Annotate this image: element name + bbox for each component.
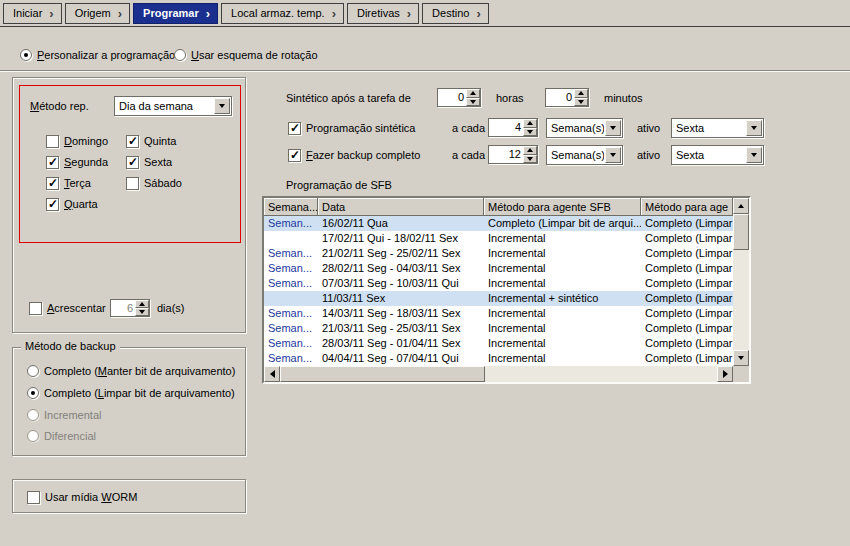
checkbox-quarta[interactable] <box>46 198 59 211</box>
table-row[interactable]: Seman... 21/03/11 Seg - 25/03/11 Sex Inc… <box>264 321 733 336</box>
spin-up-icon[interactable] <box>523 146 537 155</box>
tab-diretivas[interactable]: Diretivas › <box>347 3 419 24</box>
tab-local-armaz-temp[interactable]: Local armaz. temp. › <box>221 3 344 24</box>
weekday-quinta[interactable]: Quinta <box>126 134 176 148</box>
synthetic-unit-select[interactable]: Semana(s) <box>546 118 623 138</box>
add-days-value[interactable]: 6 <box>111 300 135 316</box>
radio-completo-limpar[interactable]: Completo (Limpar bit de arquivamento) <box>27 386 235 400</box>
minutes-value[interactable]: 0 <box>546 89 574 106</box>
checkbox-terca[interactable] <box>46 177 59 190</box>
weekday-terca[interactable]: Terça <box>46 176 91 190</box>
weekday-segunda[interactable]: Segunda <box>46 155 108 169</box>
spin-down-icon[interactable] <box>523 128 537 137</box>
checkbox-sexta[interactable] <box>126 156 139 169</box>
full-backup-row[interactable]: Fazer backup completo <box>288 148 420 162</box>
add-days-checkbox-row[interactable]: Acrescentar <box>29 301 106 315</box>
scrollbar-corner <box>733 366 749 382</box>
synthetic-day-select[interactable]: Sexta <box>671 118 764 138</box>
hours-value[interactable]: 0 <box>438 89 466 106</box>
full-day-select[interactable]: Sexta <box>671 145 764 165</box>
table-header: Semana... Data Método para agente SFB Mé… <box>264 198 733 216</box>
tab-origem[interactable]: Origem › <box>65 3 130 24</box>
cell-method2: Completo (Limpar <box>641 291 733 306</box>
scroll-down-icon[interactable] <box>733 350 749 366</box>
combo-value: Semana(s) <box>547 119 604 137</box>
table-row[interactable]: Seman... 28/03/11 Seg - 01/04/11 Sex Inc… <box>264 336 733 351</box>
spin-up-icon[interactable] <box>135 300 149 308</box>
horizontal-scrollbar[interactable] <box>264 366 733 382</box>
tab-iniciar[interactable]: Iniciar › <box>3 3 62 24</box>
spin-up-icon[interactable] <box>523 119 537 128</box>
table-row[interactable]: Seman... 16/02/11 Qua Completo (Limpar b… <box>264 216 733 231</box>
scroll-right-icon[interactable] <box>717 366 733 382</box>
cell-week <box>264 291 318 306</box>
spin-down-icon[interactable] <box>135 308 149 316</box>
synthetic-interval-value[interactable]: 4 <box>489 119 523 136</box>
tab-destino[interactable]: Destino › <box>422 3 489 24</box>
col-header-metodo-sfb[interactable]: Método para agente SFB <box>484 198 641 216</box>
table-row[interactable]: Seman... 28/02/11 Seg - 04/03/11 Sex Inc… <box>264 261 733 276</box>
table-row[interactable]: Seman... 14/03/11 Seg - 18/03/11 Sex Inc… <box>264 306 733 321</box>
table-row[interactable]: 17/02/11 Qui - 18/02/11 Sex Incremental … <box>264 231 733 246</box>
synthetic-interval-spinner[interactable]: 4 <box>488 118 538 137</box>
dropdown-arrow-icon[interactable] <box>746 147 762 163</box>
table-row[interactable]: Seman... 04/04/11 Seg - 07/04/11 Qui Inc… <box>264 351 733 366</box>
minutes-spinner[interactable]: 0 <box>545 88 589 107</box>
every-label: a cada <box>452 149 485 162</box>
tab-programar[interactable]: Programar › <box>133 3 218 24</box>
add-days-spinner[interactable]: 6 <box>110 299 150 317</box>
spin-up-icon[interactable] <box>466 89 480 98</box>
dropdown-arrow-icon[interactable] <box>605 120 621 136</box>
col-header-metodo-agente[interactable]: Método para age <box>641 198 733 216</box>
dropdown-arrow-icon[interactable] <box>746 120 762 136</box>
radio-selected-icon[interactable] <box>20 49 32 61</box>
vertical-scroll-thumb[interactable] <box>733 214 749 250</box>
table-row[interactable]: 11/03/11 Sex Incremental + sintético Com… <box>264 291 733 306</box>
checkbox-fazer-backup-completo[interactable] <box>288 149 301 162</box>
checkbox-worm[interactable] <box>27 491 40 504</box>
col-header-data[interactable]: Data <box>318 198 484 216</box>
cell-method: Incremental <box>484 231 641 246</box>
spin-down-icon[interactable] <box>523 155 537 164</box>
spin-down-icon[interactable] <box>466 98 480 107</box>
table-row[interactable]: Seman... 07/03/11 Seg - 10/03/11 Qui Inc… <box>264 276 733 291</box>
tab-label: Origem <box>75 7 111 19</box>
hours-spinner[interactable]: 0 <box>437 88 481 107</box>
custom-schedule-group: Método rep. Dia da semana Domingo Segund… <box>12 77 246 333</box>
horizontal-scroll-thumb[interactable] <box>280 366 485 382</box>
scroll-up-icon[interactable] <box>733 198 749 214</box>
dropdown-arrow-icon[interactable] <box>605 147 621 163</box>
radio-selected-icon[interactable] <box>27 387 39 399</box>
radio-completo-manter[interactable]: Completo (Manter bit de arquivamento) <box>27 364 235 378</box>
checkbox-acrescentar[interactable] <box>29 302 42 315</box>
radio-unselected-icon[interactable] <box>174 49 186 61</box>
full-interval-value[interactable]: 12 <box>489 146 523 163</box>
weekday-sexta[interactable]: Sexta <box>126 155 172 169</box>
weekday-sabado[interactable]: Sábado <box>126 176 182 190</box>
weekday-quarta[interactable]: Quarta <box>46 197 98 211</box>
vertical-scrollbar[interactable] <box>733 198 749 366</box>
scroll-left-icon[interactable] <box>264 366 280 382</box>
radio-usar-esquema-rotacao[interactable]: Usar esquema de rotação <box>174 48 318 62</box>
checkbox-quinta[interactable] <box>126 135 139 148</box>
cell-date: 16/02/11 Qua <box>318 216 484 231</box>
col-header-semana[interactable]: Semana... <box>264 198 318 216</box>
worm-checkbox-row[interactable]: Usar mídia WORM <box>27 490 137 504</box>
full-unit-select[interactable]: Semana(s) <box>546 145 623 165</box>
spin-up-icon[interactable] <box>574 89 588 98</box>
full-interval-spinner[interactable]: 12 <box>488 145 538 164</box>
radio-unselected-icon[interactable] <box>27 365 39 377</box>
dropdown-arrow-icon[interactable] <box>214 98 230 114</box>
spin-down-icon[interactable] <box>574 98 588 107</box>
active-label: ativo <box>637 122 660 135</box>
checkbox-programacao-sintetica[interactable] <box>288 122 301 135</box>
cell-date: 17/02/11 Qui - 18/02/11 Sex <box>318 231 484 246</box>
checkbox-segunda[interactable] <box>46 156 59 169</box>
radio-personalizar-programacao[interactable]: Personalizar a programação <box>20 48 175 62</box>
weekday-domingo[interactable]: Domingo <box>46 134 108 148</box>
table-row[interactable]: Seman... 21/02/11 Seg - 25/02/11 Sex Inc… <box>264 246 733 261</box>
repeat-method-select[interactable]: Dia da semana <box>114 96 232 116</box>
synthetic-schedule-row[interactable]: Programação sintética <box>288 121 415 135</box>
checkbox-domingo[interactable] <box>46 135 59 148</box>
checkbox-sabado[interactable] <box>126 177 139 190</box>
